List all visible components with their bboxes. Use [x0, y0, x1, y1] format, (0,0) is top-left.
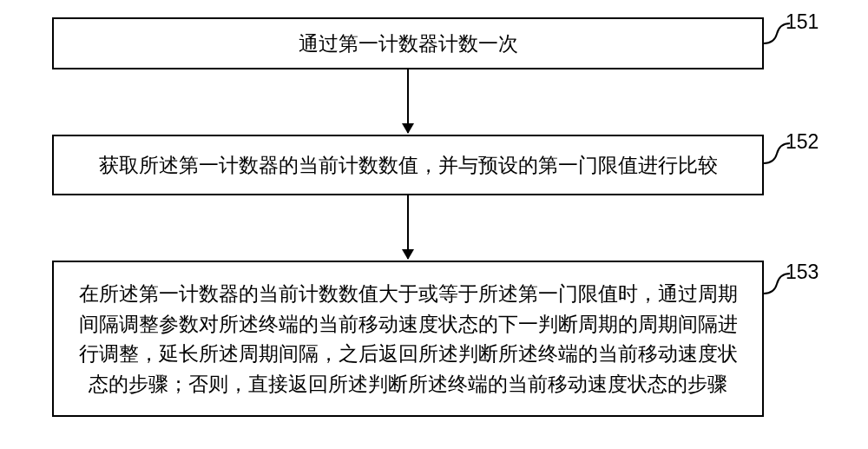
- flow-arrow: [407, 69, 409, 133]
- step-text: 获取所述第一计数器的当前计数数值，并与预设的第一门限值进行比较: [99, 150, 718, 181]
- step-label: 151: [786, 10, 819, 34]
- step-label: 153: [786, 261, 819, 284]
- step-label: 152: [786, 130, 819, 154]
- flowchart-container: 通过第一计数器计数一次 151 获取所述第一计数器的当前计数数值，并与预设的第一…: [0, 0, 868, 449]
- step-box-152: 获取所述第一计数器的当前计数数值，并与预设的第一门限值进行比较: [52, 135, 764, 195]
- step-text: 通过第一计数器计数一次: [299, 29, 518, 59]
- step-text: 在所述第一计数器的当前计数数值大于或等于所述第一门限值时，通过周期间隔调整参数对…: [71, 279, 745, 399]
- step-box-151: 通过第一计数器计数一次: [52, 17, 764, 69]
- flow-arrow: [407, 195, 409, 259]
- step-box-153: 在所述第一计数器的当前计数数值大于或等于所述第一门限值时，通过周期间隔调整参数对…: [52, 261, 764, 417]
